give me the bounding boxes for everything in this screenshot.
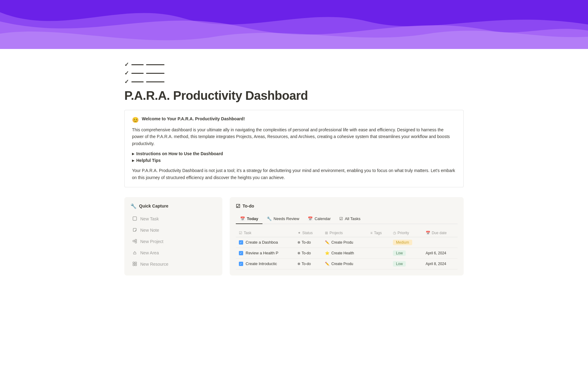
all-tasks-tab-label: All Tasks [345,216,360,221]
svg-rect-5 [133,262,134,264]
task-name-2: Create Introductic [246,261,277,266]
bottom-section: 🔧 Quick Capture New Task [124,197,464,275]
svg-rect-1 [133,217,137,220]
callout-header: 😊 Welcome to Your P.A.R.A. Productivity … [132,116,456,123]
project-name-1: Create Health [331,251,354,255]
task-checkbox-0[interactable] [239,240,243,245]
priority-badge-1: Low [393,250,406,256]
tab-all-tasks[interactable]: ☑ All Tasks [335,214,365,224]
todo-table: ☑ Task ✦ Status ⊞ [236,229,458,269]
col-task-icon: ☑ [239,231,242,235]
toggle-tips[interactable]: ▶ Helpful Tips [132,158,456,163]
table-row: Review a Health PTo-do⭐Create HealthLowA… [236,248,458,258]
svg-rect-8 [135,264,137,266]
status-dot-0 [298,241,300,244]
status-dot-1 [298,252,300,254]
due-date-cell-1: April 6, 2024 [423,248,458,258]
quick-item-new-task[interactable]: New Task [130,214,216,224]
quick-item-new-project[interactable]: New Project [130,237,216,247]
svg-rect-6 [135,262,137,264]
due-date-cell-0 [423,237,458,248]
new-note-label: New Note [140,228,159,233]
task-cell-2[interactable]: Create Introductic [236,258,295,269]
new-resource-label: New Resource [140,262,168,267]
hero-banner [0,0,588,49]
quick-item-new-note[interactable]: New Note [130,225,216,235]
callout-box: 😊 Welcome to Your P.A.R.A. Productivity … [124,110,464,187]
priority-cell-0: Medium [390,237,423,248]
priority-badge-0: Medium [393,240,412,245]
tab-today[interactable]: 📅 Today [236,214,262,224]
toggle-instructions[interactable]: ▶ Instructions on How to Use the Dashboa… [132,151,456,156]
status-cell-2: To-do [295,258,322,269]
review-tab-icon: 🔧 [267,216,272,221]
col-projects: ⊞ Projects [322,229,367,237]
project-cell-2[interactable]: ✏️Create Produ [322,258,367,269]
tags-cell-0 [367,237,390,248]
project-cell-1[interactable]: ⭐Create Health [322,248,367,258]
today-tab-icon: 📅 [240,216,245,221]
tab-needs-review[interactable]: 🔧 Needs Review [262,214,303,224]
project-name-2: Create Produ [331,262,353,266]
task-name-0: Create a Dashboa [246,240,278,245]
calendar-tab-label: Calendar [315,216,331,221]
col-tags: ≡ Tags [367,229,390,237]
toggle-arrow-2: ▶ [132,159,134,162]
todo-title: To-do [243,204,254,208]
status-text-2: To-do [302,262,311,266]
col-due-date: 📅 Due date [423,229,458,237]
todo-header: ☑ To-do [236,203,458,209]
toggle-arrow-1: ▶ [132,152,134,155]
svg-rect-4 [135,242,137,243]
col-tags-icon: ≡ [370,231,372,235]
status-text-1: To-do [302,251,311,255]
page-icon: ✓ ✓ ✓ [124,61,464,85]
quick-item-new-resource[interactable]: New Resource [130,259,216,269]
todo-tabs: 📅 Today 🔧 Needs Review 📅 Calendar ☑ All … [236,214,458,224]
quick-capture-title: Quick Capture [139,204,168,208]
col-due-date-icon: 📅 [426,231,430,235]
svg-rect-7 [133,264,134,266]
svg-rect-3 [135,239,137,241]
project-icon-2: ✏️ [325,262,330,266]
priority-cell-1: Low [390,248,423,258]
new-area-label: New Area [140,250,159,255]
priority-badge-2: Low [393,261,406,267]
quick-item-new-area[interactable]: New Area [130,248,216,258]
task-name-1: Review a Health P [246,251,278,255]
col-status-icon: ✦ [298,231,301,235]
quick-capture-panel: 🔧 Quick Capture New Task [124,197,222,275]
tags-cell-2 [367,258,390,269]
status-cell-0: To-do [295,237,322,248]
status-cell-1: To-do [295,248,322,258]
page-title: P.A.R.A. Productivity Dashboard [124,89,464,103]
wave-decoration [0,0,588,49]
svg-rect-2 [133,240,134,242]
col-priority-icon: ◷ [393,231,396,235]
task-cell-1[interactable]: Review a Health P [236,248,295,258]
due-date-cell-2: April 8, 2024 [423,258,458,269]
project-icon-0: ✏️ [325,240,330,245]
quick-capture-header: 🔧 Quick Capture [130,203,216,209]
callout-footer: Your P.A.R.A. Productivity Dashboard is … [132,167,456,181]
task-cell-0[interactable]: Create a Dashboa [236,237,295,248]
area-icon [132,250,137,256]
all-tasks-tab-icon: ☑ [339,216,343,221]
task-checkbox-2[interactable] [239,262,243,266]
project-cell-0[interactable]: ✏️Create Produ [322,237,367,248]
col-task: ☑ Task [236,229,295,237]
col-priority: ◷ Priority [390,229,423,237]
calendar-tab-icon: 📅 [308,216,313,221]
resource-icon [132,262,137,267]
review-tab-label: Needs Review [273,216,299,221]
tab-calendar[interactable]: 📅 Calendar [303,214,335,224]
callout-title: Welcome to Your P.A.R.A. Productivity Da… [142,116,245,121]
col-projects-icon: ⊞ [325,231,328,235]
page-content: ✓ ✓ ✓ P.A.R.A. Productivity Dashboard 😊 … [95,61,493,275]
quick-capture-icon: 🔧 [130,203,137,209]
new-task-label: New Task [140,216,159,221]
todo-icon: ☑ [236,203,240,209]
project-icon-1: ⭐ [325,251,330,255]
callout-emoji: 😊 [132,117,139,123]
task-checkbox-1[interactable] [239,251,243,255]
